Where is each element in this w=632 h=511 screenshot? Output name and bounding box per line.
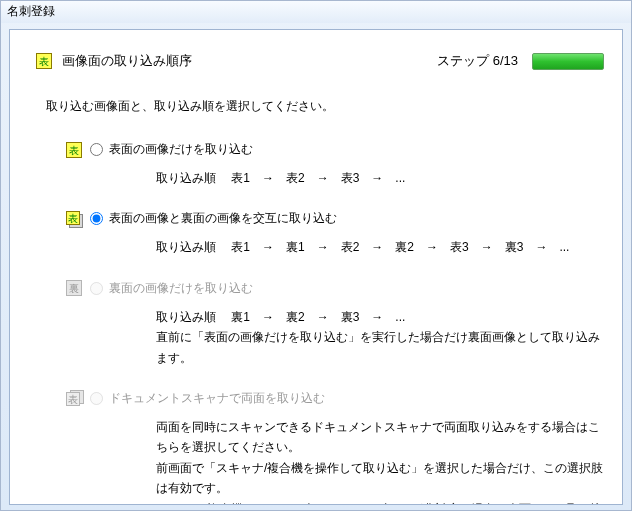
client-area: 表 画像面の取り込み順序 ステップ 6/13 取り込む画像面と、取り込み順を選択… <box>9 29 623 505</box>
progress-bar <box>532 53 604 70</box>
svg-text:裏: 裏 <box>69 283 79 294</box>
wizard-header: 表 画像面の取り込み順序 ステップ 6/13 <box>36 52 604 70</box>
sequence-caption: 取り込み順 <box>156 237 228 257</box>
back-badge-icon: 裏 <box>66 280 82 296</box>
option-front: 表 表面の画像だけを取り込む 取り込み順 表1 → 表2 → 表3 → ... <box>66 141 604 188</box>
option-front-label: 表面の画像だけを取り込む <box>109 141 253 158</box>
duplex-badge-icon: 表 <box>66 390 82 406</box>
radio-front[interactable] <box>90 143 103 156</box>
front-back-badge-icon: 表 <box>66 211 82 227</box>
front-badge-icon: 表 <box>66 142 82 158</box>
svg-text:表: 表 <box>69 145 79 156</box>
svg-text:表: 表 <box>68 213 78 224</box>
option-duplex-note1: 両面を同時にスキャンできるドキュメントスキャナで両面取り込みをする場合はこちらを… <box>156 417 604 458</box>
option-back: 裏 裏面の画像だけを取り込む 取り込み順 裏1 → 裏2 → 裏3 → ... … <box>66 280 604 368</box>
option-alternate-sequence: 表1 → 裏1 → 表2 → 裏2 → 表3 → 裏3 → ... <box>231 240 569 254</box>
option-duplex-note2: 前画面で「スキャナ/複合機を操作して取り込む」を選択した場合だけ、この選択肢は有… <box>156 458 604 499</box>
option-back-label: 裏面の画像だけを取り込む <box>109 280 253 297</box>
sequence-caption: 取り込み順 <box>156 168 228 188</box>
radio-alternate[interactable] <box>90 212 103 225</box>
instruction-text: 取り込む画像面と、取り込み順を選択してください。 <box>46 98 604 115</box>
front-badge-icon: 表 <box>36 53 52 69</box>
option-duplex-label: ドキュメントスキャナで両面を取り込む <box>109 390 325 407</box>
sequence-caption: 取り込み順 <box>156 307 228 327</box>
dialog-window: 名刺登録 表 画像面の取り込み順序 ステップ 6/13 取り込む画像面と、取り込… <box>0 0 632 511</box>
svg-text:表: 表 <box>39 56 49 67</box>
radio-duplex <box>90 392 103 405</box>
option-back-note: 直前に「表面の画像だけを取り込む」を実行した場合だけ裏面画像として取り込みます。 <box>156 327 604 368</box>
option-alternate: 表 表面の画像と裏面の画像を交互に取り込む 取り込み順 表1 → 裏1 → 表2… <box>66 210 604 257</box>
option-duplex-note3: スキャナ/複合機、もしくは本ソフトのいずれかが非対応の場合は表面だけを取り込みま… <box>156 499 604 505</box>
page-title: 画像面の取り込み順序 <box>62 52 437 70</box>
option-back-sequence: 裏1 → 裏2 → 裏3 → ... <box>231 310 405 324</box>
radio-back <box>90 282 103 295</box>
option-front-sequence: 表1 → 表2 → 表3 → ... <box>231 171 405 185</box>
svg-text:表: 表 <box>68 394 78 405</box>
option-alternate-label: 表面の画像と裏面の画像を交互に取り込む <box>109 210 337 227</box>
step-label: ステップ 6/13 <box>437 52 532 70</box>
window-title: 名刺登録 <box>1 1 631 23</box>
option-duplex: 表 ドキュメントスキャナで両面を取り込む 両面を同時にスキャンできるドキュメント… <box>66 390 604 505</box>
